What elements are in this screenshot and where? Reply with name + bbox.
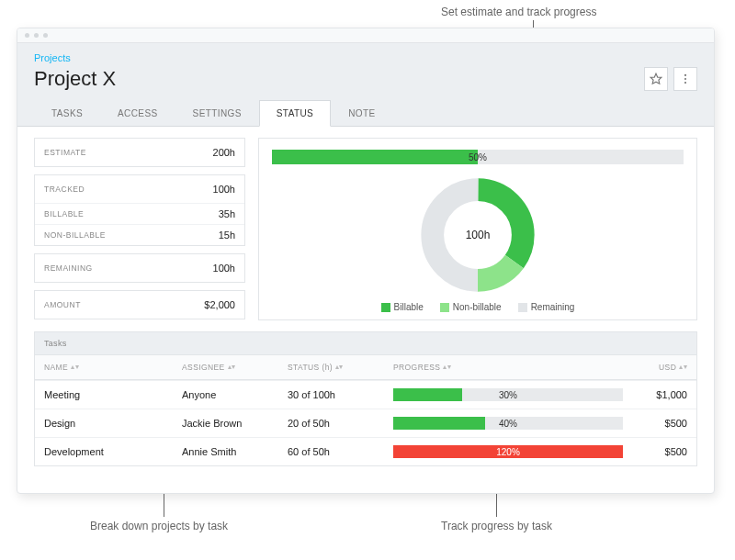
status-panel: ESTIMATE200h TRACKED100h BILLABLE35h NON…	[17, 126, 714, 331]
task-progress-bar: 120%	[393, 445, 623, 458]
donut-chart: 100h	[418, 175, 537, 295]
tasks-table: Tasks NAME▴▾ ASSIGNEE▴▾ STATUS (h)▴▾ PRO…	[34, 331, 697, 466]
swatch-icon	[518, 303, 527, 312]
progress-fill	[272, 150, 478, 164]
table-row[interactable]: DesignJackie Brown20 of 50h40%$500	[35, 409, 696, 437]
sort-icon: ▴▾	[228, 364, 236, 370]
swatch-icon	[381, 303, 390, 312]
chart-legend: Billable Non-billable Remaining	[381, 302, 575, 312]
cell-progress: 40%	[384, 409, 632, 437]
stat-value: 100h	[213, 184, 235, 195]
svg-point-1	[684, 74, 686, 76]
app-window: Projects Project X TASKS ACCESS SETTINGS	[17, 28, 715, 494]
page-title: Project X	[34, 67, 116, 91]
cell-name: Development	[35, 439, 173, 465]
page-header: Projects Project X TASKS ACCESS SETTINGS	[17, 43, 714, 126]
table-row[interactable]: DevelopmentAnnie Smith60 of 50h120%$500	[35, 437, 696, 465]
stat-label: NON-BILLABLE	[44, 230, 106, 240]
legend-remaining: Remaining	[518, 302, 575, 312]
cell-usd: $1,000	[632, 382, 696, 408]
stat-value: $2,000	[204, 299, 235, 310]
cell-assignee: Anyone	[173, 382, 278, 408]
swatch-icon	[440, 303, 449, 312]
stat-label: REMAINING	[44, 263, 93, 273]
stat-label: TRACKED	[44, 185, 85, 194]
traffic-light-dot	[34, 33, 39, 38]
overall-progress-bar: 50%	[272, 150, 684, 164]
tab-note[interactable]: NOTE	[331, 100, 392, 126]
task-progress-fill	[393, 417, 485, 430]
legend-billable: Billable	[381, 302, 424, 312]
stats-column: ESTIMATE200h TRACKED100h BILLABLE35h NON…	[34, 138, 245, 320]
col-progress[interactable]: PROGRESS▴▾	[384, 355, 632, 379]
annotation-top: Set estimate and track progress	[441, 6, 596, 18]
task-progress-label: 30%	[499, 390, 517, 400]
progress-percent-label: 50%	[469, 152, 487, 162]
annotation-bottom-right: Track progress by task	[441, 520, 552, 532]
stat-value: 100h	[213, 263, 235, 274]
donut-center-label: 100h	[466, 229, 491, 241]
svg-point-3	[684, 82, 686, 84]
annotation-bottom-left: Break down projects by task	[90, 520, 228, 532]
tab-settings[interactable]: SETTINGS	[175, 100, 259, 126]
stat-label: BILLABLE	[44, 209, 84, 218]
traffic-light-dot	[25, 33, 29, 38]
col-usd[interactable]: USD▴▾	[632, 355, 696, 379]
cell-progress: 30%	[384, 381, 632, 409]
stat-remaining: REMAINING100h	[34, 253, 245, 283]
traffic-light-dot	[43, 33, 48, 38]
cell-progress: 120%	[384, 438, 632, 465]
sort-icon: ▴▾	[71, 364, 79, 370]
cell-usd: $500	[632, 410, 696, 436]
legend-nonbillable: Non-billable	[440, 302, 502, 312]
sort-icon: ▴▾	[335, 364, 344, 370]
stat-label: ESTIMATE	[44, 148, 86, 157]
tab-access[interactable]: ACCESS	[100, 100, 175, 126]
cell-assignee: Jackie Brown	[173, 410, 278, 436]
tasks-heading: Tasks	[35, 332, 696, 354]
cell-usd: $500	[632, 439, 696, 465]
sort-icon: ▴▾	[443, 364, 451, 370]
window-titlebar	[17, 28, 714, 43]
stat-amount: AMOUNT$2,000	[34, 290, 245, 319]
breadcrumb[interactable]: Projects	[34, 52, 697, 63]
tasks-header-row: NAME▴▾ ASSIGNEE▴▾ STATUS (h)▴▾ PROGRESS▴…	[35, 354, 696, 380]
stat-tracked: TRACKED100h BILLABLE35h NON-BILLABLE15h	[34, 174, 245, 246]
star-icon	[650, 73, 662, 85]
task-progress-fill	[393, 388, 462, 401]
stat-value: 35h	[219, 208, 235, 219]
cell-name: Meeting	[35, 382, 173, 408]
col-assignee[interactable]: ASSIGNEE▴▾	[173, 355, 278, 379]
task-progress-bar: 40%	[393, 417, 623, 430]
cell-assignee: Annie Smith	[173, 439, 278, 465]
more-button[interactable]	[673, 67, 697, 91]
more-vertical-icon	[679, 73, 692, 85]
cell-status: 60 of 50h	[278, 439, 384, 465]
svg-marker-0	[650, 73, 662, 84]
task-progress-label: 40%	[499, 419, 517, 429]
favorite-button[interactable]	[644, 67, 668, 91]
stat-estimate: ESTIMATE200h	[34, 138, 245, 167]
sort-icon: ▴▾	[679, 364, 687, 370]
task-progress-label: 120%	[496, 447, 520, 457]
task-progress-bar: 30%	[393, 388, 623, 401]
stat-label: AMOUNT	[44, 300, 81, 309]
col-name[interactable]: NAME▴▾	[35, 355, 173, 379]
chart-panel: 50% 100h Billable Non-billable Remaining	[258, 138, 697, 320]
stat-value: 15h	[219, 230, 235, 241]
cell-status: 30 of 100h	[278, 382, 384, 408]
svg-point-2	[684, 78, 686, 80]
stat-value: 200h	[213, 147, 235, 158]
tab-bar: TASKS ACCESS SETTINGS STATUS NOTE	[34, 100, 697, 126]
table-row[interactable]: MeetingAnyone30 of 100h30%$1,000	[35, 380, 696, 409]
tab-status[interactable]: STATUS	[259, 100, 331, 127]
tab-tasks[interactable]: TASKS	[34, 100, 100, 126]
cell-name: Design	[35, 410, 173, 436]
col-status[interactable]: STATUS (h)▴▾	[278, 355, 384, 379]
cell-status: 20 of 50h	[278, 410, 384, 436]
